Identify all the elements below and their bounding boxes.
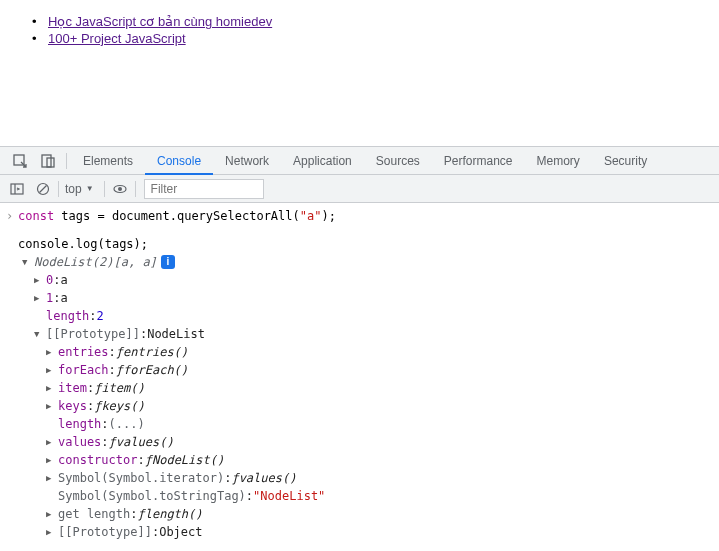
separator (66, 153, 67, 169)
tree-item[interactable]: length: 2 (34, 307, 719, 325)
tab-performance[interactable]: Performance (432, 147, 525, 175)
link-list: Học JavaScript cơ bản cùng homiedev 100+… (0, 14, 719, 46)
console-output: › const tags = document.querySelectorAll… (0, 203, 719, 545)
page-content: Học JavaScript cơ bản cùng homiedev 100+… (0, 0, 719, 46)
code-line: console.log(tags); (18, 235, 148, 253)
tree-item[interactable]: 1: a (34, 289, 719, 307)
sidebar-toggle-icon[interactable] (4, 175, 30, 203)
device-toggle-icon[interactable] (34, 147, 62, 175)
clear-console-icon[interactable] (30, 175, 56, 203)
separator (104, 181, 105, 197)
prototype-item[interactable]: [[Prototype]]: NodeList (34, 325, 719, 343)
tab-network[interactable]: Network (213, 147, 281, 175)
tree-item[interactable]: 0: a (34, 271, 719, 289)
svg-point-8 (118, 187, 122, 191)
live-expression-icon[interactable] (107, 175, 133, 203)
tree-item[interactable]: forEach: ƒ forEach() (46, 361, 719, 379)
list-item: Học JavaScript cơ bản cùng homiedev (48, 14, 719, 29)
tree-item[interactable]: keys: ƒ keys() (46, 397, 719, 415)
list-item: 100+ Project JavaScript (48, 31, 719, 46)
code-line: const tags = document.querySelectorAll("… (18, 207, 336, 225)
object-tree: NodeList(2) [a, a] i 0: a 1: a length: 2… (0, 253, 719, 541)
context-selector[interactable]: top (61, 182, 102, 196)
nodelist-root[interactable]: NodeList(2) [a, a] i (22, 253, 719, 271)
console-input-row: › const tags = document.querySelectorAll… (0, 207, 719, 225)
page-link[interactable]: Học JavaScript cơ bản cùng homiedev (48, 14, 272, 29)
tree-item[interactable]: length: (...) (46, 415, 719, 433)
separator (58, 181, 59, 197)
devtools-tabbar: Elements Console Network Application Sou… (0, 147, 719, 175)
console-log-row: console.log(tags); (0, 235, 719, 253)
tree-item[interactable]: entries: ƒ entries() (46, 343, 719, 361)
tab-sources[interactable]: Sources (364, 147, 432, 175)
tree-item[interactable]: Symbol(Symbol.toStringTag): "NodeList" (46, 487, 719, 505)
devtools-panel: Elements Console Network Application Sou… (0, 146, 719, 551)
tree-item[interactable]: get length: ƒ length() (46, 505, 719, 523)
inspect-icon[interactable] (6, 147, 34, 175)
tab-console[interactable]: Console (145, 147, 213, 175)
svg-line-6 (40, 185, 47, 192)
tree-item[interactable]: constructor: ƒ NodeList() (46, 451, 719, 469)
info-icon[interactable]: i (161, 255, 175, 269)
tree-item[interactable]: values: ƒ values() (46, 433, 719, 451)
console-toolbar: top (0, 175, 719, 203)
prompt-icon: › (6, 207, 18, 225)
tab-security[interactable]: Security (592, 147, 659, 175)
filter-input[interactable] (144, 179, 264, 199)
separator (135, 181, 136, 197)
page-link[interactable]: 100+ Project JavaScript (48, 31, 186, 46)
tree-item[interactable]: Symbol(Symbol.iterator): ƒ values() (46, 469, 719, 487)
tree-item[interactable]: [[Prototype]]: Object (46, 523, 719, 541)
svg-rect-3 (11, 184, 23, 194)
tab-application[interactable]: Application (281, 147, 364, 175)
tab-memory[interactable]: Memory (525, 147, 592, 175)
tab-elements[interactable]: Elements (71, 147, 145, 175)
tree-item[interactable]: item: ƒ item() (46, 379, 719, 397)
